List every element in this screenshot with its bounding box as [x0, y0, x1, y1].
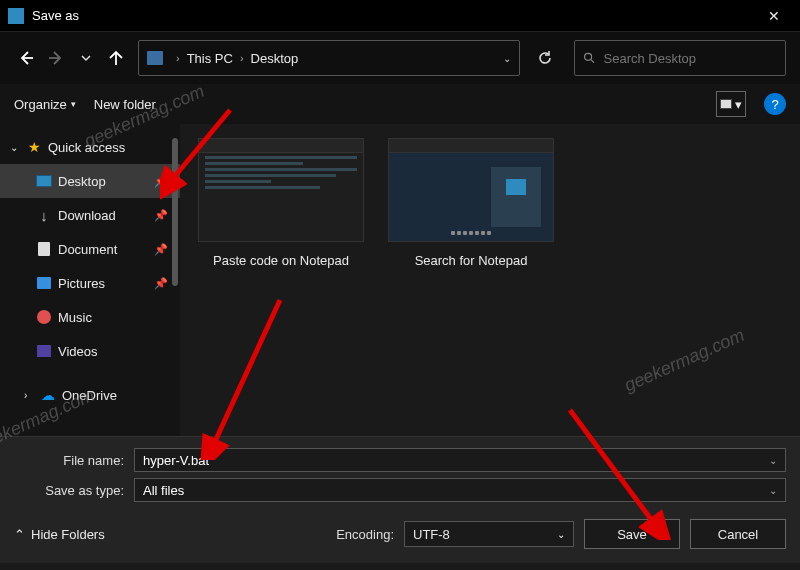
close-button[interactable]: ✕ [756, 8, 792, 24]
new-folder-button[interactable]: New folder [94, 97, 156, 112]
new-folder-label: New folder [94, 97, 156, 112]
caret-down-icon: ▾ [71, 99, 76, 109]
caret-down-icon[interactable]: ⌄ [769, 485, 777, 496]
file-name-label: File name: [14, 453, 134, 468]
pc-icon [147, 51, 163, 65]
pictures-icon [37, 277, 51, 289]
up-button[interactable] [104, 46, 128, 70]
file-list: Paste code on Notepad Search for Notepad [180, 124, 800, 436]
chevron-right-icon: › [176, 52, 180, 64]
caret-down-icon[interactable]: ⌄ [557, 529, 565, 540]
search-box[interactable] [574, 40, 786, 76]
encoding-select[interactable]: UTF-8 ⌄ [404, 521, 574, 547]
svg-point-0 [585, 53, 592, 60]
breadcrumb[interactable]: › This PC › Desktop ⌄ [138, 40, 520, 76]
save-type-select[interactable]: All files ⌄ [134, 478, 786, 502]
encoding-label: Encoding: [336, 527, 394, 542]
document-icon [38, 242, 50, 256]
window-title: Save as [32, 8, 756, 23]
pin-icon: 📌 [154, 209, 168, 222]
sidebar-item-download[interactable]: ↓ Download 📌 [0, 198, 180, 232]
file-item-label: Search for Notepad [388, 252, 554, 270]
search-icon [583, 51, 596, 65]
chevron-down-icon: ⌄ [10, 142, 20, 153]
chevron-up-icon: ⌃ [14, 527, 25, 542]
pin-icon: 📌 [154, 243, 168, 256]
sidebar-item-videos[interactable]: Videos [0, 334, 180, 368]
sidebar: ⌄ ★ Quick access Desktop 📌 ↓ Download 📌 … [0, 124, 180, 436]
organize-menu[interactable]: Organize ▾ [14, 97, 76, 112]
breadcrumb-part[interactable]: This PC [187, 51, 233, 66]
onedrive-icon: ☁ [40, 388, 56, 402]
sidebar-item-label: Music [58, 310, 180, 325]
cancel-button[interactable]: Cancel [690, 519, 786, 549]
caret-down-icon[interactable]: ⌄ [769, 455, 777, 466]
scrollbar-thumb[interactable] [172, 138, 178, 286]
sidebar-item-desktop[interactable]: Desktop 📌 [0, 164, 180, 198]
save-button[interactable]: Save [584, 519, 680, 549]
download-icon: ↓ [36, 208, 52, 222]
pin-icon: 📌 [154, 277, 168, 290]
save-type-label: Save as type: [14, 483, 134, 498]
sidebar-item-label: Quick access [48, 140, 180, 155]
file-thumbnail [198, 138, 364, 242]
sidebar-item-label: Desktop [58, 174, 148, 189]
refresh-button[interactable] [530, 40, 560, 76]
desktop-icon [36, 175, 52, 187]
back-button[interactable] [14, 46, 38, 70]
save-type-value: All files [143, 483, 184, 498]
videos-icon [37, 345, 51, 357]
encoding-value: UTF-8 [413, 527, 450, 542]
search-input[interactable] [604, 51, 777, 66]
sidebar-item-document[interactable]: Document 📌 [0, 232, 180, 266]
view-mode-button[interactable]: ▾ [716, 91, 746, 117]
organize-label: Organize [14, 97, 67, 112]
chevron-right-icon: › [24, 390, 34, 401]
chevron-right-icon: › [240, 52, 244, 64]
music-icon [37, 310, 51, 324]
svg-line-1 [591, 60, 594, 63]
file-thumbnail [388, 138, 554, 242]
file-item-label: Paste code on Notepad [198, 252, 364, 270]
sidebar-item-pictures[interactable]: Pictures 📌 [0, 266, 180, 300]
breadcrumb-dropdown[interactable]: ⌄ [503, 53, 511, 64]
app-icon [8, 8, 24, 24]
breadcrumb-part[interactable]: Desktop [251, 51, 299, 66]
file-item[interactable]: Paste code on Notepad [198, 138, 364, 270]
sidebar-item-music[interactable]: Music [0, 300, 180, 334]
hide-folders-toggle[interactable]: ⌃ Hide Folders [14, 527, 105, 542]
sidebar-item-label: Pictures [58, 276, 148, 291]
star-icon: ★ [26, 140, 42, 154]
file-item[interactable]: Search for Notepad [388, 138, 554, 270]
pin-icon: 📌 [154, 175, 168, 188]
sidebar-item-quick-access[interactable]: ⌄ ★ Quick access [0, 130, 180, 164]
sidebar-item-label: Document [58, 242, 148, 257]
sidebar-item-label: Download [58, 208, 148, 223]
recent-dropdown[interactable] [74, 46, 98, 70]
file-name-input[interactable]: hyper-V.bat ⌄ [134, 448, 786, 472]
sidebar-item-onedrive[interactable]: › ☁ OneDrive [0, 378, 180, 412]
sidebar-item-label: Videos [58, 344, 180, 359]
help-button[interactable]: ? [764, 93, 786, 115]
forward-button[interactable] [44, 46, 68, 70]
hide-folders-label: Hide Folders [31, 527, 105, 542]
file-name-value: hyper-V.bat [143, 453, 209, 468]
sidebar-item-label: OneDrive [62, 388, 180, 403]
caret-down-icon: ▾ [735, 97, 742, 112]
